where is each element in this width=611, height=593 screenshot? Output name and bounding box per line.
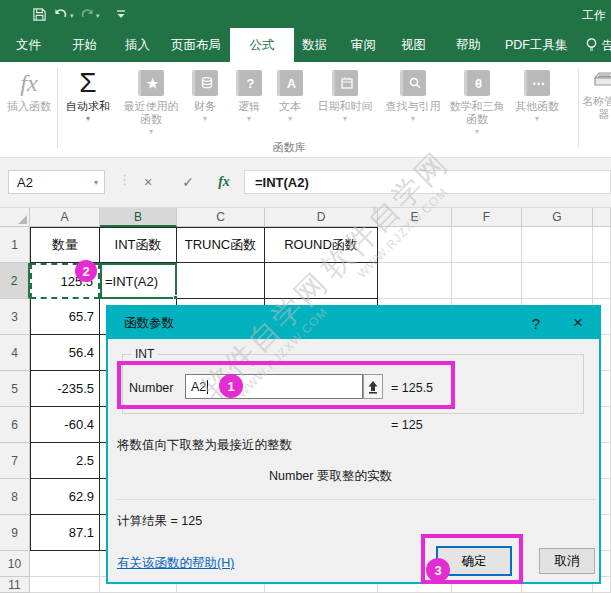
cell-A1[interactable]: 数量: [30, 227, 100, 263]
tab-formulas[interactable]: 公式: [230, 28, 294, 62]
insert-function-icon[interactable]: fx: [212, 170, 236, 194]
row-header-8[interactable]: 8: [0, 479, 30, 515]
col-header-F[interactable]: F: [452, 208, 522, 227]
cell-A8[interactable]: 62.9: [30, 479, 100, 515]
ribbon-button-more-functions[interactable]: ⋯其他函数▾: [508, 66, 566, 140]
cell-C2[interactable]: [177, 263, 265, 299]
undo-icon[interactable]: [52, 5, 70, 23]
row-header-7[interactable]: 7: [0, 443, 30, 479]
cell-A10[interactable]: [30, 551, 100, 577]
row-header-3[interactable]: 3: [0, 299, 30, 335]
cancel-formula-icon[interactable]: ×: [136, 170, 160, 194]
cell-F1[interactable]: [452, 227, 522, 263]
row-header-4[interactable]: 4: [0, 335, 30, 371]
ribbon-button-logical[interactable]: ?逻辑▾: [228, 66, 270, 140]
dropdown-caret-icon: ▾: [247, 114, 251, 123]
ribbon-button-lookup-reference[interactable]: 查找与引用▾: [380, 66, 446, 140]
cell-D2[interactable]: [265, 263, 378, 299]
ribbon-button-date-time[interactable]: 日期和时间▾: [312, 66, 378, 140]
cell-A3[interactable]: 65.7: [30, 299, 100, 335]
cell-E2[interactable]: [378, 263, 452, 299]
col-header-B[interactable]: B: [100, 208, 177, 227]
cell-G1[interactable]: [522, 227, 593, 263]
row-header-9[interactable]: 9: [0, 515, 30, 551]
cell-C1[interactable]: TRUNC函数: [177, 227, 265, 263]
ribbon-button-financial[interactable]: 财务▾: [184, 66, 226, 140]
cell-A6[interactable]: -60.4: [30, 407, 100, 443]
book-dots-icon: ⋯: [524, 66, 550, 100]
tab-view[interactable]: 视图: [395, 28, 432, 62]
collapse-dialog-button[interactable]: [363, 374, 383, 399]
dialog-title: 函数参数: [124, 315, 174, 332]
row-header-5[interactable]: 5: [0, 371, 30, 407]
redo-dropdown-icon[interactable]: ▾: [96, 12, 100, 20]
tab-help[interactable]: 帮助: [450, 28, 487, 62]
dropdown-caret-icon: ▾: [411, 114, 415, 123]
cell-G2[interactable]: [522, 263, 593, 299]
tab-page-layout[interactable]: 页面布局: [165, 28, 227, 62]
excel-window: ▾ ▾ 工作 文件 开始 插入 页面布局 公式 数据 审阅 视图 帮助 PDF工…: [0, 0, 611, 593]
formula-bar-separator: ⋮: [118, 172, 131, 187]
row-header-2[interactable]: 2: [0, 263, 30, 299]
cell-D1[interactable]: ROUND函数: [265, 227, 378, 263]
ribbon-button-autosum[interactable]: Σ自动求和▾: [58, 66, 118, 140]
cancel-button[interactable]: 取消: [539, 548, 595, 574]
ribbon-tab-row: 文件 开始 插入 页面布局 公式 数据 审阅 视图 帮助 PDF工具集 告: [0, 28, 611, 62]
row-header-10[interactable]: 10: [0, 551, 30, 577]
cell-B1[interactable]: INT函数: [100, 227, 177, 263]
name-box-dropdown-icon[interactable]: ▾: [94, 178, 98, 187]
col-header-H[interactable]: [593, 208, 611, 227]
cell-A4[interactable]: 56.4: [30, 335, 100, 371]
ribbon-button-math-trig[interactable]: θ数学和三角函数▾: [448, 66, 506, 140]
number-input[interactable]: A2: [185, 374, 363, 399]
dropdown-caret-icon: ▾: [149, 127, 153, 136]
ribbon-button-text[interactable]: A文本▾: [270, 66, 310, 140]
row-header-11[interactable]: 11: [0, 577, 30, 593]
enter-formula-icon[interactable]: ✓: [176, 170, 200, 194]
tab-insert[interactable]: 插入: [119, 28, 156, 62]
book-coins-icon: [192, 66, 218, 100]
tab-data[interactable]: 数据: [296, 28, 333, 62]
cell-A5[interactable]: -235.5: [30, 371, 100, 407]
name-manager-icon: [590, 66, 611, 95]
cell-A11[interactable]: [30, 577, 100, 593]
name-box[interactable]: A2 ▾: [8, 170, 105, 194]
col-header-G[interactable]: G: [522, 208, 593, 227]
tab-pdf-tools[interactable]: PDF工具集: [499, 28, 574, 62]
col-header-E[interactable]: E: [378, 208, 452, 227]
cell-A2[interactable]: 125.5: [30, 263, 100, 299]
tab-file[interactable]: 文件: [10, 28, 47, 62]
cell-F2[interactable]: [452, 263, 522, 299]
tell-me[interactable]: 告: [585, 28, 611, 62]
ribbon-button-recently-used[interactable]: ★最近使用的函数▾: [120, 66, 182, 140]
cell-B2[interactable]: =INT(A2): [100, 263, 177, 299]
dialog-help-icon[interactable]: ?: [521, 307, 551, 339]
ribbon-divider: [578, 68, 579, 148]
dialog-close-icon[interactable]: ×: [563, 307, 593, 339]
cell-H2[interactable]: [593, 263, 611, 299]
save-icon[interactable]: [30, 5, 48, 23]
cell-A9[interactable]: 87.1: [30, 515, 100, 551]
cell-H1[interactable]: [593, 227, 611, 263]
col-header-A[interactable]: A: [30, 208, 100, 227]
number-param-label: Number: [129, 381, 173, 395]
formula-input[interactable]: =INT(A2): [244, 170, 611, 194]
select-all-corner[interactable]: [0, 208, 30, 227]
cell-E1[interactable]: [378, 227, 452, 263]
customize-qat-icon[interactable]: [112, 5, 130, 23]
undo-dropdown-icon[interactable]: ▾: [70, 12, 74, 20]
collapse-arrow-icon: [367, 380, 379, 394]
col-header-C[interactable]: C: [177, 208, 265, 227]
tell-me-label: 告: [602, 37, 611, 54]
row-header-6[interactable]: 6: [0, 407, 30, 443]
ok-button[interactable]: 确定: [436, 546, 512, 576]
tab-review[interactable]: 审阅: [345, 28, 382, 62]
redo-icon[interactable]: [78, 5, 96, 23]
ribbon-button-insert-function[interactable]: fx插入函数: [2, 66, 56, 140]
tab-home[interactable]: 开始: [66, 28, 103, 62]
row-header-1[interactable]: 1: [0, 227, 30, 263]
ribbon-button-name-manager[interactable]: 名称管理器: [581, 66, 611, 140]
function-help-link[interactable]: 有关该函数的帮助(H): [117, 555, 234, 572]
col-header-D[interactable]: D: [265, 208, 378, 227]
cell-A7[interactable]: 2.5: [30, 443, 100, 479]
